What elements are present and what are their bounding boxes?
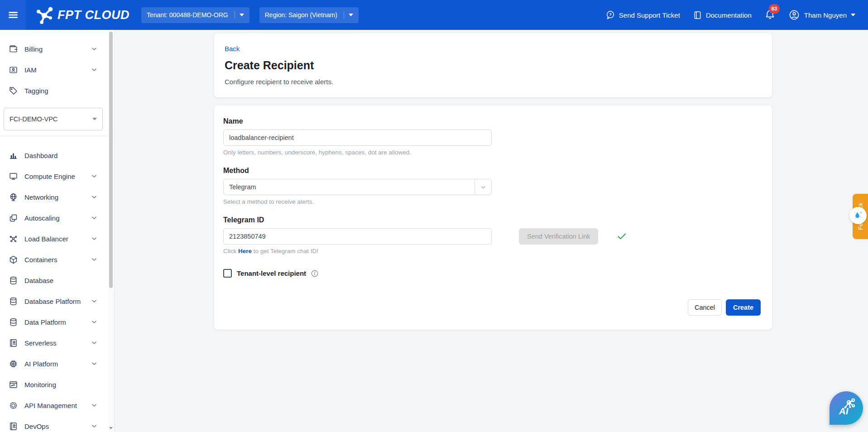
tenant-level-row: Tenant-level recipient [223,269,761,278]
sidebar-item-serverless[interactable]: Serverless [0,332,114,353]
form-footer: Cancel Create [688,299,761,316]
feedback-bubble[interactable] [849,207,867,224]
brand-name: FPT CLOUD [58,8,129,22]
cancel-button[interactable]: Cancel [688,299,722,316]
vpc-selector-value: FCI-DEMO-VPC [10,115,58,123]
sidebar-scrollbar[interactable] [108,30,114,432]
send-support-ticket-link[interactable]: ? Send Support Ticket [605,10,680,20]
sidebar-item-devops[interactable]: DevOps [0,416,114,432]
sidebar: Billing IAM Tagging FCI-DEMO-VPC Dashboa… [0,30,115,432]
notification-count-badge: 83 [769,4,780,14]
main-content: Back Create Recipient Configure recipien… [115,30,868,432]
chevron-down-icon [91,298,98,305]
sidebar-item-load-balancer[interactable]: Load Balancer [0,228,114,249]
sidebar-item-tagging[interactable]: Tagging [0,80,114,101]
tenant-dropdown[interactable]: Tenant: 000488-DEMO-ORG [141,7,249,23]
support-chat-icon: ? [605,10,615,20]
method-label: Method [223,167,761,175]
sidebar-top-group: Billing IAM Tagging [0,30,114,101]
chevron-down-icon [91,214,98,221]
navbar-right: ? Send Support Ticket Documentation 83 T… [605,9,868,22]
feedback-tab[interactable]: Feedback [853,194,868,239]
chevron-down-icon [91,193,98,201]
user-menu[interactable]: Tham Nguyen [788,9,855,21]
stack-icon [8,213,18,223]
method-select-value: Telegram [224,179,475,195]
back-link[interactable]: Back [225,45,240,53]
region-dropdown[interactable]: Region: Saigon (Vietnam) [259,7,359,23]
pill-divider [344,11,344,19]
chevron-down-icon [91,173,98,180]
sidebar-item-networking[interactable]: Networking [0,187,114,207]
chevron-down-icon [91,256,98,263]
chevron-down-icon [91,66,98,73]
chevron-down-icon [91,339,98,346]
telegram-id-input[interactable] [223,228,492,245]
molecule-logo-icon [35,5,54,24]
telegram-here-link[interactable]: Here [238,248,252,254]
sidebar-item-billing[interactable]: Billing [0,38,114,59]
cube-icon [8,254,18,264]
verified-check-icon [616,231,627,242]
sidebar-item-api-management[interactable]: API Management [0,395,114,416]
vpc-selector[interactable]: FCI-DEMO-VPC [4,108,103,130]
telegram-row: Send Verification Link [223,228,761,245]
create-button[interactable]: Create [726,299,761,316]
tenant-level-checkbox[interactable] [223,269,232,278]
recipient-form-card: Name Only letters, numbers, underscore, … [214,106,772,330]
scrollbar-thumb[interactable] [109,32,113,288]
scrollbar-down-arrow[interactable] [109,426,113,430]
svg-text:?: ? [609,12,612,17]
pill-divider [235,11,235,19]
sidebar-item-monitoring[interactable]: Monitoring [0,374,114,395]
documentation-link[interactable]: Documentation [693,10,752,20]
sidebar-item-data-platform[interactable]: Data Platform [0,312,114,332]
page-subtitle: Configure recipient to receive alerts. [225,78,761,86]
ai-molecule-icon: AI [834,396,858,420]
telegram-help-text: Click Here to get Telegram chat ID! [223,248,761,254]
chevron-down-icon [91,422,98,430]
sidebar-item-database[interactable]: Database [0,270,114,291]
name-label: Name [223,117,761,125]
sidebar-item-compute-engine[interactable]: Compute Engine [0,166,114,187]
tenant-label: Tenant: 000488-DEMO-ORG [147,11,228,19]
chevron-down-icon [91,45,98,53]
svg-text:AI: AI [839,406,849,416]
id-card-icon [8,65,18,75]
journal-icon [8,421,18,431]
api-gear-icon [8,400,18,410]
chevron-down-icon [91,318,98,326]
chevron-down-icon [851,14,855,16]
monitor-graph-icon [8,379,18,389]
chevron-down-icon [91,360,98,367]
region-label: Region: Saigon (Vietnam) [265,11,337,19]
chip-icon [8,359,18,369]
ai-assistant-button[interactable]: AI [830,391,863,425]
hamburger-icon [7,9,19,21]
database-icon [8,317,18,327]
chevron-down-icon [349,14,353,16]
hamburger-menu-button[interactable] [0,0,26,30]
documentation-label: Documentation [706,11,752,19]
sidebar-item-ai-platform[interactable]: AI Platform [0,353,114,374]
journal-icon [8,338,18,348]
sidebar-item-containers[interactable]: Containers [0,249,114,270]
monitor-icon [8,171,18,181]
bar-chart-icon [8,150,18,160]
sidebar-item-iam[interactable]: IAM [0,59,114,80]
sidebar-item-dashboard[interactable]: Dashboard [0,145,114,166]
sidebar-item-autoscaling[interactable]: Autoscaling [0,207,114,228]
send-verification-button[interactable]: Send Verification Link [519,228,598,245]
wallet-icon [8,44,18,54]
book-icon [693,10,702,20]
support-label: Send Support Ticket [619,11,680,19]
chevron-down-icon [240,14,244,16]
name-help-text: Only letters, numbers, underscore, hyphe… [223,149,761,156]
chevron-down-icon [480,184,487,191]
notifications-button[interactable]: 83 [764,9,776,22]
name-input[interactable] [223,130,492,146]
sidebar-item-database-platform[interactable]: Database Platform [0,291,114,312]
method-select[interactable]: Telegram [223,179,492,195]
tenant-level-label: Tenant-level recipient [237,269,306,277]
info-icon[interactable] [311,269,319,278]
